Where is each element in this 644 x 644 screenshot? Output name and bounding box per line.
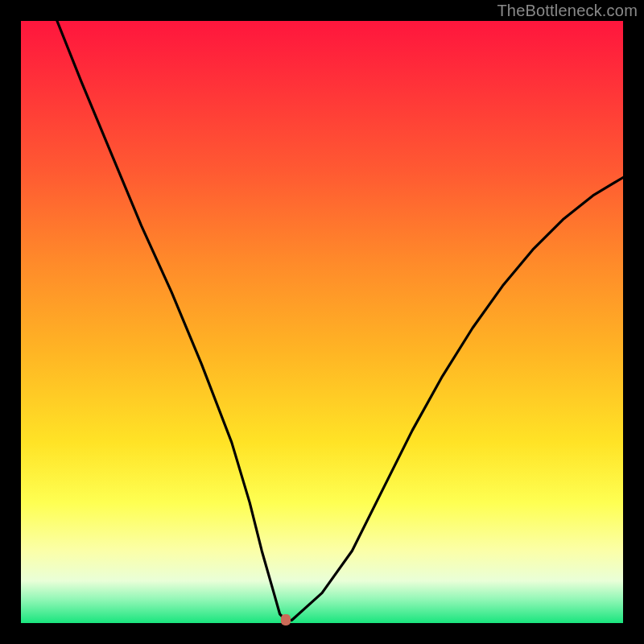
chart-frame: TheBottleneck.com [0, 0, 644, 644]
optimal-point-marker [281, 614, 291, 625]
bottleneck-curve [21, 21, 623, 623]
watermark-text: TheBottleneck.com [497, 2, 638, 20]
plot-area [21, 21, 623, 623]
